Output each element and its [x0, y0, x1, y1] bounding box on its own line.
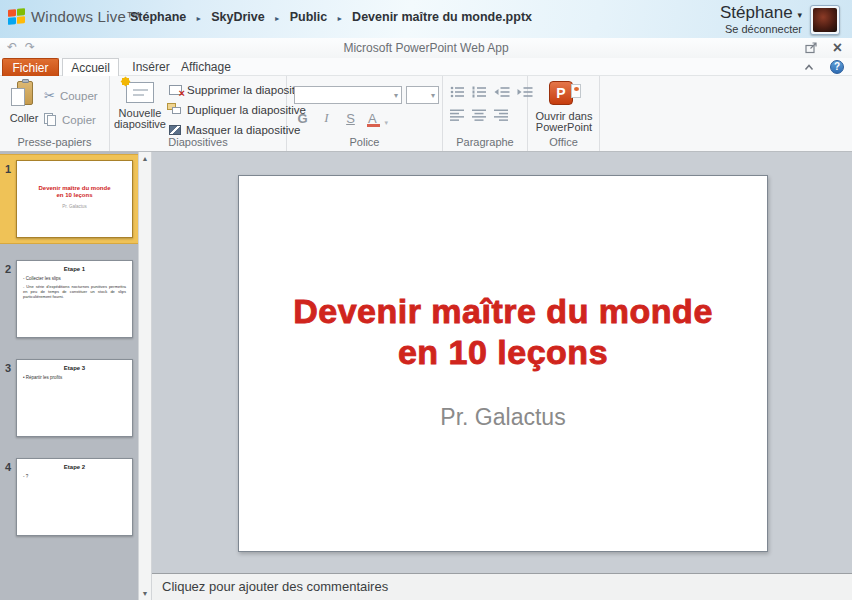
slide-editor-area: Devenir maître du monde en 10 leçons Pr.…: [152, 152, 852, 600]
new-slide-button[interactable]: Nouvelle diapositive: [114, 80, 166, 130]
breadcrumb: Stéphane ► SkyDrive ► Public ► Devenir m…: [130, 10, 532, 24]
hide-slide-button[interactable]: Masquer la diapositive: [169, 124, 300, 136]
align-center-icon[interactable]: [471, 108, 488, 122]
slide-canvas[interactable]: Devenir maître du monde en 10 leçons Pr.…: [238, 175, 768, 552]
slide-title-line1: Devenir maître du monde: [239, 291, 767, 332]
bullet-list-icon[interactable]: [449, 85, 466, 99]
tab-affichage[interactable]: Affichage: [178, 58, 234, 76]
font-color-swatch: [367, 124, 380, 127]
group-diapositives: Nouvelle diapositive × Supprimer la diap…: [110, 76, 287, 151]
tab-accueil[interactable]: Accueil: [62, 58, 119, 77]
paste-button[interactable]: Coller: [6, 81, 42, 124]
slide-thumbnail-image: Etape 2 - ?: [16, 458, 133, 536]
app-title: Microsoft PowerPoint Web App: [0, 41, 852, 55]
paste-label: Coller: [10, 112, 39, 124]
mini-bullet: - Collecter les slips: [23, 276, 126, 282]
popout-icon[interactable]: [805, 42, 818, 54]
cut-button[interactable]: ✂ Couper: [44, 88, 98, 103]
slide-thumbnail-1[interactable]: 1 Devenir maître du monde en 10 leçons P…: [0, 154, 138, 244]
slide-subtitle-textbox[interactable]: Pr. Galactus: [239, 404, 767, 431]
windows-live-logo[interactable]: Windows Live™: [8, 8, 141, 25]
breadcrumb-user[interactable]: Stéphane: [130, 10, 186, 24]
mini-bullet: - Une série d'expéditions nocturnes puni…: [23, 284, 126, 299]
tab-fichier[interactable]: Fichier: [2, 58, 59, 76]
open-in-powerpoint-button[interactable]: P Ouvrir dans PowerPoint: [529, 77, 599, 133]
windows-flag-icon: [8, 8, 25, 26]
outdent-icon[interactable]: [493, 85, 511, 99]
underline-button[interactable]: S: [342, 110, 359, 129]
mini-title-line2: en 10 leçons: [17, 192, 132, 199]
group-label: Paragraphe: [443, 136, 527, 148]
slide-thumbnail-2[interactable]: 2 Etape 1 - Collecter les slips - Une sé…: [0, 255, 138, 343]
scroll-up-icon[interactable]: ▲: [139, 155, 151, 162]
font-name-dropdown[interactable]: ▾: [294, 86, 402, 104]
group-label: Office: [528, 136, 599, 148]
breadcrumb-skydrive[interactable]: SkyDrive: [211, 10, 265, 24]
ribbon-tabs: Fichier Accueil Insérer Affichage ?: [0, 58, 852, 76]
slide-thumbnail-image: Devenir maître du monde en 10 leçons Pr.…: [16, 160, 133, 238]
tab-inserer[interactable]: Insérer: [128, 58, 174, 76]
group-police: ▾ ▾ G I S A ▾ Police: [287, 76, 443, 151]
breadcrumb-arrow-icon: ►: [336, 13, 343, 22]
slide-number: 4: [5, 461, 11, 473]
new-slide-icon: [126, 82, 154, 103]
mini-subtitle: Pr. Galactus: [17, 204, 132, 209]
breadcrumb-arrow-icon: ►: [195, 13, 202, 22]
slide-number: 2: [5, 263, 11, 275]
collapse-ribbon-icon[interactable]: [804, 64, 814, 71]
delete-slide-icon: ×: [169, 85, 182, 95]
titlebar: ↶ ↷ Microsoft PowerPoint Web App ×: [0, 38, 852, 58]
user-name: Stéphane: [720, 3, 793, 22]
close-icon[interactable]: ×: [833, 41, 842, 54]
scroll-down-icon[interactable]: ▼: [139, 590, 151, 597]
hide-slide-label: Masquer la diapositive: [186, 124, 300, 136]
help-button[interactable]: ?: [830, 60, 844, 74]
font-color-button[interactable]: A ▾: [366, 110, 386, 129]
breadcrumb-file[interactable]: Devenir maître du monde.pptx: [352, 10, 532, 24]
group-presse-papiers: Coller ✂ Couper Copier Presse-papiers: [0, 76, 110, 151]
slide-thumbnail-panel: 1 Devenir maître du monde en 10 leçons P…: [0, 152, 138, 600]
mini-bullet: • Répartir les profits: [23, 375, 126, 381]
bold-button[interactable]: G: [294, 110, 311, 129]
chevron-down-icon: ▾: [384, 119, 388, 127]
copy-button[interactable]: Copier: [44, 113, 96, 126]
user-menu[interactable]: Stéphane ▾: [720, 3, 802, 23]
open-in-powerpoint-label: Ouvrir dans PowerPoint: [536, 110, 593, 133]
powerpoint-icon: P: [547, 81, 581, 107]
group-label: Diapositives: [110, 136, 286, 148]
slide-number: 1: [5, 163, 11, 175]
italic-button[interactable]: I: [318, 109, 335, 129]
slide-title-line2: en 10 leçons: [239, 332, 767, 373]
slide-thumbnail-3[interactable]: 3 Etape 3 • Répartir les profits: [0, 354, 138, 442]
copy-label: Copier: [62, 114, 96, 126]
cut-label: Couper: [60, 90, 98, 102]
align-left-icon[interactable]: [449, 108, 466, 122]
brand-text: Windows Live™: [31, 8, 141, 25]
font-size-dropdown[interactable]: ▾: [406, 86, 439, 104]
windows-live-banner: Windows Live™ Stéphane ► SkyDrive ► Publ…: [0, 0, 852, 38]
slide-title-textbox[interactable]: Devenir maître du monde en 10 leçons: [239, 291, 767, 373]
scissors-icon: ✂: [44, 88, 55, 103]
avatar[interactable]: [810, 5, 840, 35]
copy-icon: [44, 113, 57, 126]
slide-thumbnail-4[interactable]: 4 Etape 2 - ?: [0, 453, 138, 541]
hide-slide-icon: [169, 125, 181, 135]
numbered-list-icon[interactable]: [471, 85, 488, 99]
duplicate-slide-button[interactable]: Dupliquer la diapositive: [169, 104, 306, 116]
group-office: P Ouvrir dans PowerPoint Office: [528, 76, 600, 151]
thumbnail-scrollbar[interactable]: ▲ ▼: [138, 152, 152, 600]
comments-bar[interactable]: Cliquez pour ajouter des commentaires: [152, 573, 852, 600]
mini-title-line1: Devenir maître du monde: [17, 185, 132, 192]
mini-title: Etape 1: [17, 266, 132, 272]
breadcrumb-arrow-icon: ►: [274, 13, 281, 22]
signout-link[interactable]: Se déconnecter: [720, 23, 802, 35]
breadcrumb-folder[interactable]: Public: [290, 10, 328, 24]
slide-number: 3: [5, 362, 11, 374]
duplicate-slide-icon: [169, 105, 182, 115]
align-right-icon[interactable]: [493, 108, 510, 122]
chevron-down-icon: ▾: [431, 91, 435, 100]
avatar-image: [813, 8, 837, 32]
paste-icon: [14, 81, 34, 107]
group-paragraphe: Paragraphe: [443, 76, 528, 151]
mini-title: Etape 2: [17, 464, 132, 470]
